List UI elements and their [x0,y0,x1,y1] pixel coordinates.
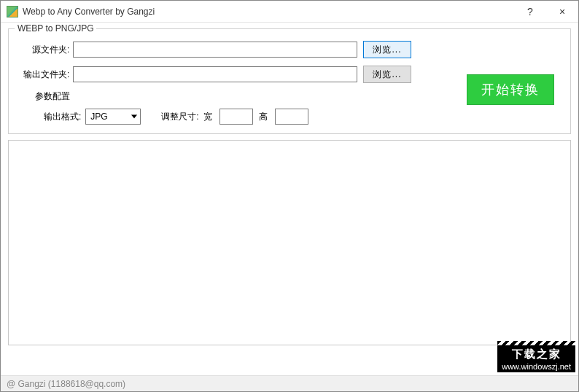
output-label: 输出文件夹: [18,68,70,81]
source-row: 源文件夹: 浏览... [18,41,411,58]
width-label: 宽 [203,111,212,123]
groupbox-legend: WEBP to PNG/JPG [15,23,96,34]
close-button[interactable]: × [546,1,578,23]
chevron-down-icon [131,115,137,119]
status-text: @ Gangzi (1188618@qq.com) [7,379,125,389]
source-folder-input[interactable] [73,42,357,58]
status-bar: @ Gangzi (1188618@qq.com) [1,375,578,391]
browse-output-button[interactable]: 浏览... [363,66,411,83]
browse-source-button[interactable]: 浏览... [363,41,411,58]
main-content: WEBP to PNG/JPG 源文件夹: 浏览... 输出文件夹: 浏览...… [1,23,578,134]
output-folder-input[interactable] [73,66,357,82]
start-convert-button[interactable]: 开始转换 [467,74,554,105]
params-row: 输出格式: JPG 调整尺寸: 宽 高 [44,109,561,125]
conversion-groupbox: WEBP to PNG/JPG 源文件夹: 浏览... 输出文件夹: 浏览...… [8,28,571,134]
help-button[interactable]: ? [514,1,546,23]
height-input[interactable] [275,109,308,125]
output-format-label: 输出格式: [44,111,81,123]
app-icon [7,6,18,17]
titlebar: Webp to Any Converter by Gangzi ? × [1,1,578,23]
output-row: 输出文件夹: 浏览... [18,66,411,83]
source-label: 源文件夹: [18,44,70,56]
watermark-title: 下载之家 [502,347,571,361]
window-title: Webp to Any Converter by Gangzi [23,7,514,17]
watermark-url: www.windowszj.net [502,361,571,372]
width-input[interactable] [219,109,253,125]
output-format-select[interactable]: JPG [85,109,141,125]
height-label: 高 [259,111,268,123]
output-format-value: JPG [90,111,107,122]
watermark: 下载之家 www.windowszj.net [497,345,575,372]
resize-label: 调整尺寸: [161,111,198,123]
log-output-area[interactable] [8,140,571,345]
